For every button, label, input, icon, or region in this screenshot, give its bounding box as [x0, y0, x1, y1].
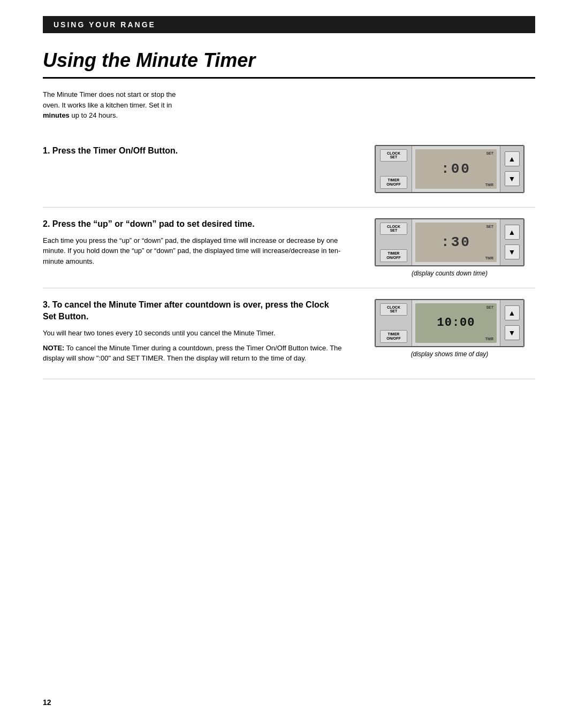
control-panel-2: CLOCK SET TIMER ON/OFF SET :30 TMR ▲: [375, 218, 524, 266]
display1-time: :00: [441, 161, 471, 177]
timer-onoff-button-3[interactable]: TIMER ON/OFF: [380, 330, 407, 342]
section2-visual: CLOCK SET TIMER ON/OFF SET :30 TMR ▲: [364, 218, 535, 277]
section1-visual: CLOCK SET TIMER ON/OFF SET :00 TMR ▲: [364, 145, 535, 196]
down-arrow-icon-3: ▼: [508, 328, 516, 337]
down-arrow-icon-2: ▼: [508, 248, 516, 256]
up-arrow-icon-3: ▲: [508, 309, 516, 317]
panel-display-3: SET 10:00 TMR: [415, 303, 497, 343]
panel-display-1: SET :00 TMR: [415, 149, 497, 189]
panel-display-2: SET :30 TMR: [415, 223, 497, 262]
section3-visual: CLOCK SET TIMER ON/OFF SET 10:00 TMR ▲: [364, 299, 535, 358]
step3-note-text: To cancel the Minute Timer during a coun…: [43, 344, 342, 363]
panel-arrows-3: ▲ ▼: [500, 300, 523, 346]
display3-set-label: SET: [486, 305, 493, 309]
arrow-up-button-2[interactable]: ▲: [505, 225, 520, 240]
display1-set-label: SET: [486, 151, 493, 155]
intro-line1: The Minute Timer does not start or stop …: [43, 90, 176, 98]
caption2: (display counts down time): [412, 270, 488, 277]
display3-time: 10:00: [437, 316, 475, 329]
display1-tmr-label: TMR: [485, 183, 493, 187]
step1-num: 1.: [43, 146, 50, 155]
step3-note-label: NOTE:: [43, 344, 64, 352]
down-arrow-icon-1: ▼: [508, 174, 516, 183]
clock-set-button-2[interactable]: CLOCK SET: [380, 223, 407, 235]
clock-btn3-line2: SET: [390, 309, 398, 313]
header-bar: USING YOUR RANGE: [43, 16, 535, 33]
display3-tmr-label: TMR: [485, 337, 493, 341]
clock-btn-line1: CLOCK: [387, 151, 400, 155]
step3-body-p2: NOTE: To cancel the Minute Timer during …: [43, 343, 343, 364]
step2-heading: 2. Press the “up” or “down” pad to set d…: [43, 218, 343, 230]
section-step1: 1. Press the Timer On/Off Button. CLOCK …: [43, 134, 535, 208]
section1-text: 1. Press the Timer On/Off Button.: [43, 145, 364, 162]
caption3: (display shows time of day): [411, 350, 489, 358]
timer-btn-line1: TIMER: [388, 178, 400, 182]
timer-btn3-line2: ON/OFF: [386, 336, 400, 340]
step2-body: Each time you press the “up” or “down” p…: [43, 235, 343, 267]
clock-btn3-line1: CLOCK: [387, 305, 400, 309]
control-panel-3: CLOCK SET TIMER ON/OFF SET 10:00 TMR ▲: [375, 299, 524, 347]
arrow-down-button-2[interactable]: ▼: [505, 244, 520, 259]
section2-text: 2. Press the “up” or “down” pad to set d…: [43, 218, 364, 271]
step3-heading: 3. To cancel the Minute Timer after coun…: [43, 299, 343, 323]
clock-btn2-line1: CLOCK: [387, 225, 400, 228]
display2-time: :30: [441, 234, 471, 250]
intro-line3-suffix: up to 24 hours.: [70, 111, 118, 119]
timer-onoff-button-2[interactable]: TIMER ON/OFF: [380, 249, 407, 262]
section-step3: 3. To cancel the Minute Timer after coun…: [43, 288, 535, 379]
section3-text: 3. To cancel the Minute Timer after coun…: [43, 299, 364, 368]
clock-btn-line2: SET: [390, 155, 398, 159]
timer-btn3-line1: TIMER: [388, 332, 400, 336]
panel-arrows-1: ▲ ▼: [500, 146, 523, 192]
step3-body: You will hear two tones every 10 seconds…: [43, 328, 343, 364]
header-label: USING YOUR RANGE: [54, 20, 156, 29]
timer-btn-line2: ON/OFF: [386, 182, 400, 186]
step1-title: Press the Timer On/Off Button.: [52, 146, 178, 155]
up-arrow-icon-2: ▲: [508, 228, 516, 236]
step3-title: To cancel the Minute Timer after countdo…: [43, 300, 329, 321]
clock-btn2-line2: SET: [390, 228, 398, 232]
timer-onoff-button-1[interactable]: TIMER ON/OFF: [380, 176, 407, 188]
intro-minutes-bold: minutes: [43, 111, 70, 119]
panel-buttons-3: CLOCK SET TIMER ON/OFF: [376, 300, 412, 346]
display2-set-label: SET: [486, 225, 493, 228]
clock-set-button-3[interactable]: CLOCK SET: [380, 303, 407, 316]
step2-num: 2.: [43, 219, 50, 228]
step1-heading: 1. Press the Timer On/Off Button.: [43, 145, 343, 157]
up-arrow-icon-1: ▲: [508, 155, 516, 163]
arrow-up-button-3[interactable]: ▲: [505, 305, 520, 320]
timer-btn2-line2: ON/OFF: [386, 256, 400, 259]
intro-line2: oven. It works like a kitchen timer. Set…: [43, 101, 172, 109]
intro-text: The Minute Timer does not start or stop …: [43, 89, 300, 121]
step2-title: Press the “up” or “down” pad to set desi…: [52, 219, 255, 228]
timer-btn2-line1: TIMER: [388, 251, 400, 255]
clock-set-button-1[interactable]: CLOCK SET: [380, 149, 407, 162]
step3-num: 3.: [43, 300, 50, 309]
control-panel-1: CLOCK SET TIMER ON/OFF SET :00 TMR ▲: [375, 145, 524, 193]
panel-buttons-1: CLOCK SET TIMER ON/OFF: [376, 146, 412, 192]
step2-body-p1: Each time you press the “up” or “down” p…: [43, 235, 343, 267]
page-container: USING YOUR RANGE Using the Minute Timer …: [0, 0, 578, 728]
display2-tmr-label: TMR: [485, 256, 493, 260]
arrow-down-button-1[interactable]: ▼: [505, 171, 520, 186]
arrow-down-button-3[interactable]: ▼: [505, 325, 520, 340]
section-step2: 2. Press the “up” or “down” pad to set d…: [43, 208, 535, 288]
panel-arrows-2: ▲ ▼: [500, 219, 523, 265]
panel-buttons-2: CLOCK SET TIMER ON/OFF: [376, 219, 412, 265]
step3-body-p1: You will hear two tones every 10 seconds…: [43, 328, 343, 339]
page-number: 12: [43, 698, 51, 707]
arrow-up-button-1[interactable]: ▲: [505, 151, 520, 166]
page-title: Using the Minute Timer: [43, 49, 535, 79]
